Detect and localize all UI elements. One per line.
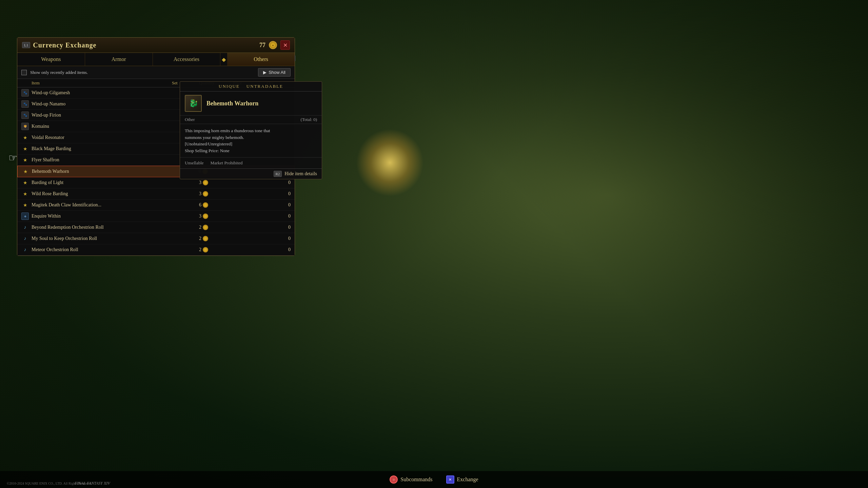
tooltip-item-row: 🐉 Behemoth Warhorn	[180, 92, 322, 115]
item-name: Behemoth Warhorn	[32, 169, 172, 174]
bottom-bar: ○ Subcommands ✕ Exchange	[0, 471, 868, 488]
title-left: L1 Currency Exchange	[22, 41, 96, 49]
r2-badge: R2	[274, 171, 282, 177]
item-count: 0	[267, 191, 291, 197]
item-count: 0	[267, 214, 291, 219]
qty-coin-icon	[203, 225, 208, 230]
exchange-button[interactable]: ✕	[446, 475, 454, 484]
list-item[interactable]: ★ Magitek Death Claw Identification... 6…	[17, 200, 295, 211]
item-quantity: 2	[199, 236, 233, 241]
window-titlebar: L1 Currency Exchange 77 ● ✕ R1	[17, 38, 295, 53]
tooltip-item-name: Behemoth Warhorn	[206, 100, 258, 107]
qty-coin-icon	[203, 191, 208, 197]
tooltip-shop-price: Shop Selling Price: None	[185, 148, 230, 153]
item-name: Wind-up Firion	[32, 113, 172, 118]
item-name: Magitek Death Claw Identification...	[32, 202, 172, 208]
music-icon: ♪	[21, 224, 29, 231]
item-count: 0	[267, 247, 291, 252]
window-title: Currency Exchange	[33, 41, 96, 49]
subcommands-cmd: ○ Subcommands	[390, 475, 432, 484]
show-all-button[interactable]: ▶ Show All	[258, 68, 291, 77]
tooltip-tag-market: Market Prohibited	[211, 160, 243, 166]
item-count: 0	[267, 180, 291, 185]
item-quantity: 3	[199, 214, 233, 219]
item-name: Flyer Shaffron	[32, 157, 172, 163]
tooltip-tag-unsellable: Unsellable	[185, 160, 204, 166]
tooltip-category-row: Other (Total: 0)	[180, 115, 322, 124]
item-name: My Soul to Keep Orchestrion Roll	[32, 236, 172, 241]
game-logo: FINAL FANTASY XIV	[75, 481, 110, 486]
item-name: Beyond Redemption Orchestrion Roll	[32, 225, 172, 230]
item-icon: 🐾	[21, 89, 29, 97]
tooltip-header: UNIQUE UNTRADABLE	[180, 82, 322, 92]
tooltip-item-icon: 🐉	[185, 95, 202, 112]
untradable-tag: UNTRADABLE	[246, 84, 283, 89]
subcommands-label: Subcommands	[400, 476, 432, 483]
list-item[interactable]: ♪ Meteor Orchestrion Roll 2 0	[17, 244, 295, 256]
music-icon: ♪	[21, 246, 29, 253]
filter-row: Show only recently added items. ▶ Show A…	[17, 66, 295, 79]
currency-count: 77	[259, 42, 265, 49]
item-quantity: 3	[199, 191, 233, 197]
item-icon: 🐾	[21, 100, 29, 108]
item-name: Barding of Light	[32, 180, 172, 185]
subcommands-button[interactable]: ○	[390, 475, 398, 484]
star-icon: ★	[21, 134, 29, 141]
currency-coin-icon: ●	[269, 41, 277, 49]
tab-accessories[interactable]: Accessories	[153, 53, 221, 66]
col-item: Item	[32, 80, 172, 86]
background-light	[356, 129, 424, 197]
list-item[interactable]: ♪ My Soul to Keep Orchestrion Roll 2 0	[17, 233, 295, 244]
tooltip-action-row: R2 Hide item details	[180, 168, 322, 179]
tab-armor[interactable]: Armor	[85, 53, 153, 66]
qty-coin-icon	[203, 202, 208, 208]
item-name: Meteor Orchestrion Roll	[32, 247, 172, 252]
tab-others[interactable]: Others	[227, 53, 295, 66]
item-icon: 🦁	[21, 123, 29, 130]
divider-icon: ◆	[222, 56, 226, 63]
item-name: Wind-up Gilgamesh	[32, 90, 172, 96]
recently-added-label: Show only recently added items.	[30, 70, 255, 75]
l1-badge: L1	[22, 42, 30, 48]
show-all-prefix: ▶	[263, 70, 267, 75]
item-name: Black Mage Barding	[32, 146, 172, 151]
item-icon: 🐾	[21, 111, 29, 119]
star-icon: ★	[21, 156, 29, 164]
star-icon: ★	[21, 190, 29, 198]
qty-coin-icon	[203, 180, 208, 185]
item-icon: ◈	[21, 212, 29, 220]
list-item[interactable]: ◈ Enquire Within 3 0	[17, 211, 295, 222]
tooltip-description: This imposing horn emits a thunderous to…	[180, 124, 322, 157]
tooltip-tags: Unsellable Market Prohibited	[180, 157, 322, 168]
tooltip-total: (Total: 0)	[300, 117, 317, 122]
star-icon: ★	[21, 201, 29, 209]
item-name: Enquire Within	[32, 214, 172, 219]
exchange-cmd: ✕ Exchange	[446, 475, 478, 484]
tab-weapons[interactable]: Weapons	[17, 53, 85, 66]
star-icon: ★	[21, 179, 29, 186]
music-icon: ♪	[21, 235, 29, 242]
hide-item-details-button[interactable]: Hide item details	[284, 171, 317, 177]
item-name: Voidal Resonator	[32, 135, 172, 140]
tab-divider: ◆	[220, 53, 227, 66]
show-all-label: Show All	[269, 70, 285, 75]
list-item[interactable]: ★ Wild Rose Barding 3 0	[17, 188, 295, 200]
item-quantity: 2	[199, 225, 233, 230]
item-count: 0	[267, 236, 291, 241]
list-item[interactable]: ♪ Beyond Redemption Orchestrion Roll 2 0	[17, 222, 295, 233]
star-icon: ★	[22, 168, 29, 175]
item-quantity: 6	[199, 202, 233, 208]
title-right: 77 ● ✕	[259, 40, 290, 50]
item-tooltip-popup: UNIQUE UNTRADABLE 🐉 Behemoth Warhorn Oth…	[180, 81, 322, 179]
item-name: Komainu	[32, 124, 172, 129]
qty-coin-icon	[203, 236, 208, 241]
tooltip-category: Other	[185, 117, 195, 122]
close-button[interactable]: ✕	[280, 40, 290, 50]
item-count: 0	[267, 202, 291, 208]
item-quantity: 3	[199, 180, 233, 185]
item-count: 0	[267, 225, 291, 230]
item-name: Wild Rose Barding	[32, 191, 172, 197]
item-quantity: 2	[199, 247, 233, 252]
recently-added-checkbox[interactable]	[21, 70, 27, 75]
qty-coin-icon	[203, 214, 208, 219]
